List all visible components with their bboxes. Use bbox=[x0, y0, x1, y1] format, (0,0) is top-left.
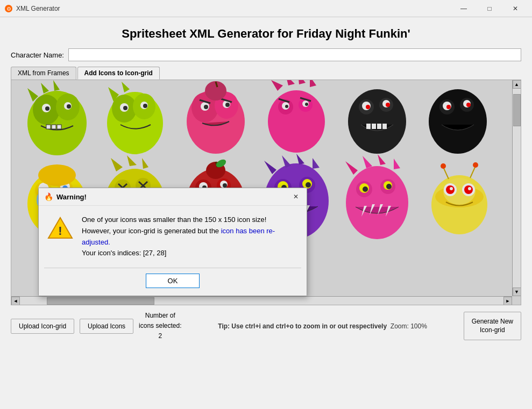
canvas-area: ▲ ▼ ◄ ► 🔥 Warning! ✕ bbox=[11, 80, 521, 305]
upload-icons-button[interactable]: Upload Icons bbox=[80, 319, 133, 334]
maximize-button[interactable]: □ bbox=[477, 0, 502, 17]
character-name-row: Character Name: bbox=[11, 48, 521, 61]
modal-overlay: 🔥 Warning! ✕ ! One of your icons was sma… bbox=[11, 80, 521, 305]
modal-body: ! One of your icons was smaller than the… bbox=[39, 206, 307, 268]
upload-icongrid-button[interactable]: Upload Icon-grid bbox=[11, 319, 74, 334]
modal-message-line1: One of your icons was smaller than the 1… bbox=[82, 216, 266, 224]
icon-count-line2: icons selected: bbox=[139, 321, 181, 331]
generate-icongrid-button[interactable]: Generate New Icon-grid bbox=[464, 312, 521, 340]
icon-count-info: Number of icons selected: 2 bbox=[139, 311, 181, 342]
main-container: Spritesheet XML Generator for Friday Nig… bbox=[0, 17, 532, 347]
char-name-label: Character Name: bbox=[11, 51, 64, 59]
bottom-toolbar: Upload Icon-grid Upload Icons Number of … bbox=[11, 305, 521, 342]
modal-close-button[interactable]: ✕ bbox=[290, 191, 301, 202]
tip-text-container: Tip: Use ctrl+i and ctrl+o to zoom in or… bbox=[187, 322, 458, 330]
window-title: XML Generator bbox=[16, 5, 451, 12]
modal-message-line2: However, your icon-grid is generated but… bbox=[82, 227, 275, 246]
app-icon: ⚙ bbox=[4, 4, 13, 13]
titlebar: ⚙ XML Generator — □ ✕ bbox=[0, 0, 532, 17]
modal-icon: 🔥 bbox=[44, 192, 53, 201]
warning-triangle-icon: ! bbox=[47, 217, 73, 244]
tab-add-icons[interactable]: Add Icons to Icon-grid bbox=[77, 67, 160, 80]
char-name-input[interactable] bbox=[68, 48, 521, 61]
window-controls: — □ ✕ bbox=[451, 0, 528, 17]
svg-text:⚙: ⚙ bbox=[6, 6, 11, 12]
svg-text:!: ! bbox=[58, 224, 62, 238]
icon-count-line1: Number of bbox=[139, 311, 181, 321]
icon-count-label: icons selected: bbox=[139, 322, 181, 329]
modal-message: One of your icons was smaller than the 1… bbox=[82, 214, 298, 259]
tip-bold-label: Tip: Use ctrl+i and ctrl+o to zoom in or… bbox=[218, 322, 387, 330]
generate-label: Generate New Icon-grid bbox=[472, 318, 513, 334]
modal-title: Warning! bbox=[56, 193, 290, 201]
modal-titlebar: 🔥 Warning! ✕ bbox=[39, 188, 307, 206]
modal-message-blue: icon has been re-adjusted. bbox=[82, 227, 275, 246]
zoom-label: Zoom: 100% bbox=[391, 322, 427, 330]
tabs-container: XML from Frames Add Icons to Icon-grid bbox=[11, 67, 521, 80]
minimize-button[interactable]: — bbox=[451, 0, 476, 17]
warning-dialog: 🔥 Warning! ✕ ! One of your icons was sma… bbox=[38, 188, 307, 296]
modal-footer: OK bbox=[39, 268, 307, 296]
close-button[interactable]: ✕ bbox=[503, 0, 528, 17]
tab-xml-from-frames[interactable]: XML from Frames bbox=[11, 67, 76, 80]
icon-count-value: 2 bbox=[139, 331, 181, 341]
modal-message-indices: Your icon's indices: [27, 28] bbox=[82, 249, 166, 257]
ok-button[interactable]: OK bbox=[146, 274, 200, 288]
app-title: Spritesheet XML Generator for Friday Nig… bbox=[11, 27, 521, 41]
